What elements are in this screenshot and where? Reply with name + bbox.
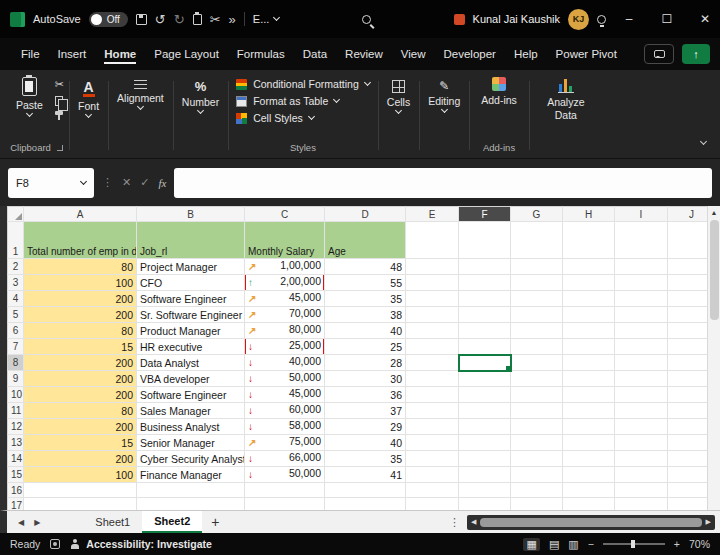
cell-A9[interactable]: 200	[24, 371, 137, 387]
cell-F9[interactable]	[459, 371, 511, 387]
menu-tab-formulas[interactable]: Formulas	[228, 41, 294, 67]
cell-J6[interactable]	[668, 323, 708, 339]
cell-C3[interactable]: ↑2,00,000	[245, 275, 325, 291]
cell-F5[interactable]	[459, 307, 511, 323]
cell-J14[interactable]	[668, 451, 708, 467]
cell-G6[interactable]	[511, 323, 563, 339]
cell-C12[interactable]: ↓58,000	[245, 419, 325, 435]
cell-I12[interactable]	[615, 419, 668, 435]
cell-E4[interactable]	[406, 291, 459, 307]
normal-view-button[interactable]: ▦	[523, 538, 539, 551]
row-header-5[interactable]: 5	[8, 307, 24, 323]
cell-J16[interactable]	[668, 483, 708, 498]
cell-H17[interactable]	[563, 498, 615, 511]
cell-C17[interactable]	[245, 498, 325, 511]
cell-G9[interactable]	[511, 371, 563, 387]
cell-B10[interactable]: Software Engineer	[137, 387, 245, 403]
cell-J17[interactable]	[668, 498, 708, 511]
scroll-right-icon[interactable]: ▶	[706, 518, 711, 526]
cut-qat-icon[interactable]: ✂	[210, 13, 221, 26]
cell-A17[interactable]	[24, 498, 137, 511]
scroll-up-icon[interactable]: ▲	[711, 209, 718, 216]
column-header-B[interactable]: B	[137, 207, 245, 222]
comments-button[interactable]	[644, 44, 674, 64]
cell-H7[interactable]	[563, 339, 615, 355]
cell-I1[interactable]	[615, 222, 668, 259]
cell-E10[interactable]	[406, 387, 459, 403]
row-header-6[interactable]: 6	[8, 323, 24, 339]
cell-G11[interactable]	[511, 403, 563, 419]
cell-A3[interactable]: 100	[24, 275, 137, 291]
cut-icon[interactable]: ✂	[55, 78, 64, 91]
cell-F8[interactable]	[459, 355, 511, 371]
cell-I7[interactable]	[615, 339, 668, 355]
row-header-8[interactable]: 8	[8, 355, 24, 371]
search-icon[interactable]	[362, 15, 371, 24]
cell-C7[interactable]: ↓25,000	[245, 339, 325, 355]
cell-I4[interactable]	[615, 291, 668, 307]
cell-J3[interactable]	[668, 275, 708, 291]
cell-G17[interactable]	[511, 498, 563, 511]
cell-D2[interactable]: 48	[325, 259, 406, 275]
cell-F2[interactable]	[459, 259, 511, 275]
cell-H12[interactable]	[563, 419, 615, 435]
cell-I9[interactable]	[615, 371, 668, 387]
cell-B2[interactable]: Project Manager	[137, 259, 245, 275]
cell-A15[interactable]: 100	[24, 467, 137, 483]
cell-C6[interactable]: ↗80,000	[245, 323, 325, 339]
font-button[interactable]: A Font	[74, 73, 103, 121]
cell-F1[interactable]	[459, 222, 511, 259]
column-header-J[interactable]: J	[668, 207, 708, 222]
cell-J1[interactable]	[668, 222, 708, 259]
cell-F12[interactable]	[459, 419, 511, 435]
cell-I8[interactable]	[615, 355, 668, 371]
horizontal-scrollbar[interactable]: ◀ ▶	[467, 515, 715, 530]
cell-G8[interactable]	[511, 355, 563, 371]
cell-A7[interactable]: 15	[24, 339, 137, 355]
cell-C16[interactable]	[245, 483, 325, 498]
enter-entry-icon[interactable]: ✓	[140, 176, 149, 189]
row-header-9[interactable]: 9	[8, 371, 24, 387]
conditional-formatting-button[interactable]: Conditional Formatting	[233, 76, 373, 92]
cell-B9[interactable]: VBA developer	[137, 371, 245, 387]
cell-H13[interactable]	[563, 435, 615, 451]
cell-G12[interactable]	[511, 419, 563, 435]
collapse-ribbon-button[interactable]	[697, 130, 718, 158]
cell-E9[interactable]	[406, 371, 459, 387]
macro-record-icon[interactable]	[50, 539, 60, 549]
zoom-slider[interactable]	[603, 543, 665, 545]
cell-A4[interactable]: 200	[24, 291, 137, 307]
column-header-A[interactable]: A	[24, 207, 137, 222]
hscrollbar-thumb[interactable]	[480, 518, 701, 527]
zoom-out-button[interactable]: −	[588, 538, 594, 550]
cell-G7[interactable]	[511, 339, 563, 355]
format-painter-icon[interactable]	[55, 111, 63, 115]
cell-B16[interactable]	[137, 483, 245, 498]
cell-H5[interactable]	[563, 307, 615, 323]
cell-H8[interactable]	[563, 355, 615, 371]
row-header-15[interactable]: 15	[8, 467, 24, 483]
accessibility-status-button[interactable]: Accessibility: Investigate	[70, 538, 211, 550]
cell-B8[interactable]: Data Analyst	[137, 355, 245, 371]
cell-G4[interactable]	[511, 291, 563, 307]
cell-E8[interactable]	[406, 355, 459, 371]
undo-icon[interactable]: ↺	[155, 13, 166, 26]
row-header-16[interactable]: 16	[8, 483, 24, 498]
minimize-button[interactable]: –	[614, 12, 644, 26]
cell-I2[interactable]	[615, 259, 668, 275]
cell-B1[interactable]: Job_rl	[137, 222, 245, 259]
menu-tab-review[interactable]: Review	[336, 41, 392, 67]
cell-G14[interactable]	[511, 451, 563, 467]
cell-B14[interactable]: Cyber Security Analyst	[137, 451, 245, 467]
cell-C4[interactable]: ↗45,000	[245, 291, 325, 307]
cell-F11[interactable]	[459, 403, 511, 419]
cell-D12[interactable]: 29	[325, 419, 406, 435]
copy-icon[interactable]	[55, 96, 63, 106]
menu-tab-help[interactable]: Help	[505, 41, 547, 67]
menu-tab-power-pivot[interactable]: Power Pivot	[547, 41, 626, 67]
menu-tab-developer[interactable]: Developer	[435, 41, 505, 67]
number-button[interactable]: % Number	[178, 73, 223, 117]
close-button[interactable]: ✕	[690, 12, 720, 26]
page-break-view-button[interactable]: ▥	[568, 539, 578, 550]
cell-D7[interactable]: 25	[325, 339, 406, 355]
